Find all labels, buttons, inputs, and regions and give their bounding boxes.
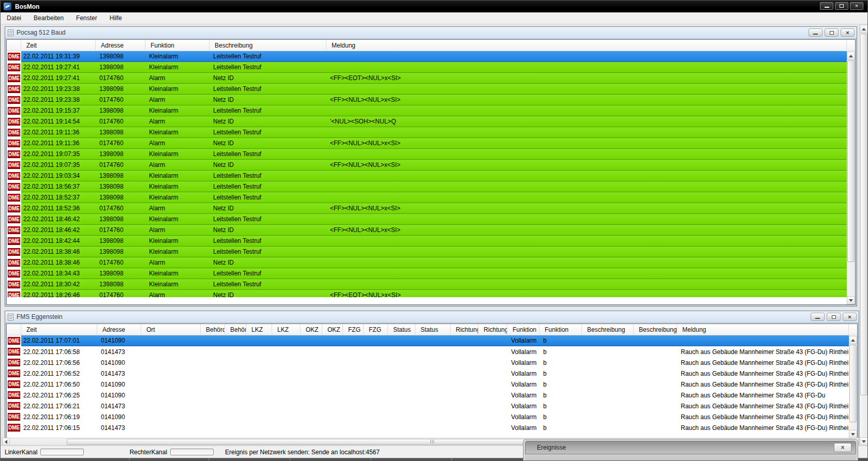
column-header[interactable]: Beschreibung (582, 324, 634, 335)
cell: <FF><EOT><NUL>x<SI> (326, 74, 847, 82)
badge-cell: DME (7, 95, 21, 105)
restore-button[interactable] (825, 28, 839, 37)
pocsag-titlebar[interactable]: Pocsag 512 Baud × (5, 27, 857, 39)
table-row[interactable]: DME22.02.2011 19:15:371398098KleinalarmL… (7, 105, 847, 116)
column-header[interactable]: Beschreibung (634, 324, 677, 335)
column-header[interactable]: Adresse (96, 40, 145, 51)
table-row[interactable]: DME22.02.2011 18:30:421398098KleinalarmL… (7, 279, 847, 290)
table-row[interactable]: DME22.02.2011 19:11:361398098KleinalarmL… (7, 127, 847, 138)
table-row[interactable]: DME22.02.2011 19:07:351398098KleinalarmL… (7, 149, 847, 160)
table-row[interactable]: DME22.02.2011 18:56:371398098KleinalarmL… (7, 181, 847, 192)
badge-column-header[interactable] (7, 40, 21, 51)
table-row[interactable]: DME22.02.2011 17:06:500141090VollalarmbR… (7, 379, 849, 390)
scroll-up-button[interactable] (849, 336, 857, 344)
ereignisse-titlebar[interactable]: Ereignisse × (525, 441, 856, 454)
column-header[interactable]: Zeit (21, 324, 97, 335)
table-row[interactable]: DME22.02.2011 19:07:350174760AlarmNetz I… (7, 160, 847, 171)
table-row[interactable]: DME22.02.2011 19:27:410174760AlarmNetz I… (7, 73, 847, 84)
close-button[interactable]: × (850, 2, 863, 10)
dme-badge: DME (8, 118, 20, 126)
column-header[interactable]: LKZ (246, 324, 272, 335)
minimize-button[interactable] (809, 28, 822, 37)
table-row[interactable]: DME22.02.2011 18:26:460174760AlarmNetz I… (7, 290, 847, 297)
minimize-button[interactable] (820, 2, 833, 10)
table-row[interactable]: DME22.02.2011 18:52:360174760AlarmNetz I… (7, 203, 847, 214)
dme-badge: DME (8, 402, 20, 410)
column-header[interactable]: FZG (343, 324, 364, 335)
close-button[interactable]: × (841, 28, 855, 37)
cell: 1398098 (96, 53, 145, 60)
column-header[interactable]: OKZ (301, 324, 322, 335)
menu-item-fenster[interactable]: Fenster (70, 13, 103, 23)
dme-badge: DME (8, 205, 20, 212)
table-row[interactable]: DME22.02.2011 17:07:010141090Vollalarmb (7, 335, 849, 346)
scroll-left-button[interactable] (2, 438, 10, 445)
table-row[interactable]: DME22.02.2011 18:38:460174760AlarmNetz I… (7, 257, 847, 268)
badge-cell: DME (7, 335, 21, 346)
column-header[interactable]: Ort (141, 324, 201, 335)
scroll-down-button[interactable] (860, 437, 868, 445)
table-row[interactable]: DME22.02.2011 17:06:190141090VollalarmbR… (7, 411, 849, 422)
scrollbar-thumb[interactable] (847, 60, 855, 262)
minimize-button[interactable] (811, 313, 825, 321)
table-row[interactable]: DME22.02.2011 19:23:380174760AlarmNetz I… (7, 95, 847, 105)
pocsag-vertical-scrollbar[interactable] (847, 52, 855, 304)
table-row[interactable]: DME22.02.2011 17:06:560141090VollalarmbR… (7, 357, 849, 368)
close-button[interactable]: × (843, 313, 857, 321)
column-header[interactable]: Behörde (201, 324, 225, 335)
cell: 22.02.2011 19:23:38 (21, 85, 96, 93)
column-header[interactable]: Funktion (540, 324, 582, 335)
fms-titlebar[interactable]: FMS Eggenstein × (5, 311, 859, 323)
column-header[interactable]: Richtung (478, 324, 507, 335)
column-header[interactable]: Status (388, 324, 415, 335)
column-header[interactable]: Beschreibung (209, 40, 326, 51)
mdi-vertical-scrollbar[interactable] (859, 25, 867, 445)
column-header[interactable]: Zeit (21, 40, 96, 51)
menu-item-bearbeiten[interactable]: Bearbeiten (27, 13, 70, 23)
scrollbar-thumb[interactable] (849, 345, 857, 422)
cell: Netz ID (209, 205, 326, 212)
table-row[interactable]: DME22.02.2011 17:06:210141473VollalarmbR… (7, 401, 849, 411)
table-row[interactable]: DME22.02.2011 19:27:411398098KleinalarmL… (7, 62, 847, 73)
table-row[interactable]: DME22.02.2011 18:42:441398098KleinalarmL… (7, 236, 847, 247)
fms-vertical-scrollbar[interactable] (849, 336, 857, 438)
scroll-down-button[interactable] (849, 430, 857, 438)
restore-button[interactable] (827, 313, 841, 321)
table-row[interactable]: DME22.02.2011 17:06:250141090VollalarmbR… (7, 390, 849, 401)
table-row[interactable]: DME22.02.2011 17:06:150141473VollalarmbR… (7, 422, 849, 433)
pocsag-rows: DME22.02.2011 19:31:391398098KleinalarmL… (7, 51, 847, 297)
column-header[interactable]: LKZ (272, 324, 301, 335)
column-header[interactable]: Richtung (451, 324, 478, 335)
menu-item-hilfe[interactable]: Hilfe (103, 13, 128, 23)
row-content: 22.02.2011 19:31:391398098KleinalarmLeit… (21, 51, 847, 62)
badge-column-header[interactable] (7, 324, 21, 335)
table-row[interactable]: DME22.02.2011 17:06:520141473VollalarmbR… (7, 368, 849, 379)
column-header[interactable]: Status (415, 324, 451, 335)
scroll-up-button[interactable] (847, 52, 855, 60)
column-header[interactable]: FZG (364, 324, 388, 335)
column-header[interactable]: Funktion (145, 40, 209, 51)
table-row[interactable]: DME22.02.2011 18:52:371398098KleinalarmL… (7, 192, 847, 203)
column-header[interactable]: OKZ (322, 324, 343, 335)
table-row[interactable]: DME22.02.2011 17:06:580141473VollalarmbR… (7, 346, 849, 357)
table-row[interactable]: DME22.02.2011 19:23:381398098KleinalarmL… (7, 84, 847, 95)
table-row[interactable]: DME22.02.2011 18:46:421398098KleinalarmL… (7, 214, 847, 225)
table-row[interactable]: DME22.02.2011 19:31:391398098KleinalarmL… (7, 51, 847, 62)
restore-button[interactable] (835, 2, 848, 10)
table-row[interactable]: DME22.02.2011 19:03:341398098KleinalarmL… (7, 171, 847, 181)
column-header[interactable]: Meldung (677, 324, 849, 335)
scroll-down-button[interactable] (847, 296, 855, 304)
table-row[interactable]: DME22.02.2011 19:11:360174760AlarmNetz I… (7, 138, 847, 149)
scrollbar-thumb[interactable] (860, 34, 867, 395)
scroll-up-button[interactable] (860, 25, 868, 33)
column-header[interactable]: Funktion (507, 324, 540, 335)
close-button[interactable]: × (834, 443, 851, 452)
column-header[interactable]: Meldung (326, 40, 847, 51)
table-row[interactable]: DME22.02.2011 18:38:461398098KleinalarmL… (7, 247, 847, 257)
table-row[interactable]: DME22.02.2011 18:34:431398098KleinalarmL… (7, 268, 847, 279)
menu-item-datei[interactable]: Datei (1, 13, 27, 23)
table-row[interactable]: DME22.02.2011 19:14:540174760AlarmNetz I… (7, 116, 847, 127)
column-header[interactable]: Behörde (225, 324, 246, 335)
table-row[interactable]: DME22.02.2011 18:46:420174760AlarmNetz I… (7, 225, 847, 236)
column-header[interactable]: Adresse (97, 324, 141, 335)
